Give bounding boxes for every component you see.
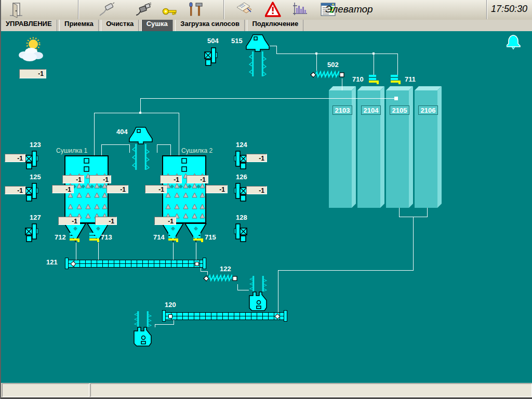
silo-label-2103: 2103 — [332, 105, 352, 115]
elevator-boot[interactable] — [248, 290, 268, 311]
gate-710[interactable] — [368, 75, 379, 84]
pipe — [76, 243, 76, 260]
pipe — [155, 324, 174, 325]
label-714: 714 — [153, 234, 165, 241]
pipe — [270, 46, 277, 46]
dryer1-temp-mid-right: -1 — [107, 185, 128, 193]
status-cell-left — [2, 383, 89, 397]
dryer2-temp-bottom-left: -1 — [154, 217, 176, 225]
tab-bar: УПРАВЛЕНИЕ Приемка Очистка Сушка Загрузк… — [1, 20, 532, 31]
elevator-head-515[interactable] — [246, 34, 270, 52]
pipe — [374, 54, 374, 75]
exit-button[interactable] — [5, 2, 28, 18]
dryer2-temp-top-left: -1 — [160, 175, 182, 183]
pipe — [278, 270, 278, 312]
fan-125[interactable] — [24, 183, 38, 202]
gate-715[interactable] — [193, 233, 204, 242]
pipe — [101, 144, 129, 145]
tab-upravlenie[interactable]: УПРАВЛЕНИЕ — [1, 20, 57, 31]
conveyor-end-marker — [195, 262, 199, 266]
tools-button[interactable] — [184, 2, 207, 18]
com-port-button[interactable] — [96, 2, 118, 18]
dryer1-temp-bottom-left: -1 — [58, 217, 80, 225]
fan-126-value: -1 — [246, 186, 267, 194]
fan-128[interactable] — [234, 223, 248, 243]
silo-2103 — [329, 85, 358, 209]
label-712: 712 — [55, 234, 66, 241]
conveyor-end-cap — [203, 258, 206, 269]
conveyor-120[interactable] — [165, 312, 284, 320]
elevator-legs-404 — [132, 144, 150, 170]
fan-127[interactable] — [24, 223, 38, 243]
pipe — [98, 243, 99, 260]
label-121: 121 — [46, 259, 58, 266]
conveyor-end-cap — [162, 310, 166, 322]
pipe — [101, 144, 102, 156]
toolbar: Элеватор 17:50:30 — [1, 0, 532, 20]
mimic-scheme-sushka: -1 — [1, 31, 532, 383]
gate-714[interactable] — [168, 233, 179, 242]
label-124: 124 — [236, 141, 247, 149]
pipe-endpoint — [394, 97, 398, 100]
weather-sun-cloud-icon — [16, 36, 46, 63]
pipe — [342, 78, 342, 90]
key-button[interactable] — [158, 2, 181, 18]
label-127: 127 — [30, 214, 41, 221]
journal-button[interactable] — [233, 2, 256, 18]
tab-ochistka[interactable]: Очистка — [101, 20, 139, 31]
conveyor-drive-marker — [274, 313, 280, 319]
gate-711[interactable] — [390, 75, 401, 84]
tab-podklyuchenie[interactable]: Подключение — [247, 20, 303, 31]
pipe — [170, 144, 171, 156]
fan-126[interactable] — [234, 183, 248, 202]
tab-priemka[interactable]: Приемка — [59, 20, 99, 31]
toolbar-divider — [78, 0, 79, 19]
tab-sushka[interactable]: Сушка — [141, 20, 173, 31]
dryer1-temp-top-right: -1 — [89, 175, 111, 183]
silo-2105 — [386, 85, 415, 209]
fan-124-value: -1 — [246, 154, 267, 162]
silo-label-2104: 2104 — [361, 105, 381, 115]
pipe — [155, 324, 155, 327]
toolbar-divider — [223, 0, 224, 19]
conveyor-drive-marker — [70, 261, 76, 267]
elevator-boot[interactable] — [132, 326, 152, 347]
fan-123[interactable] — [24, 151, 38, 170]
conveyor-end-cap — [284, 310, 287, 322]
pipe — [237, 290, 249, 290]
screw-conveyor-122[interactable] — [203, 273, 237, 284]
label-123: 123 — [30, 141, 41, 149]
pipe — [427, 208, 428, 217]
silo-2104 — [357, 85, 387, 209]
dryer2-temp-top-right: -1 — [187, 175, 208, 183]
fan-125-value: -1 — [5, 186, 25, 194]
dryer1-title: Сушилка 1 — [56, 148, 87, 154]
conveyor-121[interactable] — [68, 260, 203, 268]
connector-button[interactable] — [132, 2, 155, 18]
pipe — [179, 113, 179, 156]
label-502: 502 — [327, 61, 339, 69]
alarm-bell-icon[interactable] — [507, 35, 521, 50]
pipe — [278, 270, 414, 271]
dryer-2[interactable] — [162, 155, 206, 223]
tab-zagruzka-silosov[interactable]: Загрузка силосов — [175, 20, 245, 31]
conveyor-end-cap — [65, 258, 69, 269]
pipe — [140, 98, 397, 99]
pipe — [157, 144, 157, 153]
pipe — [413, 217, 414, 270]
fan-124[interactable] — [234, 151, 248, 170]
label-404: 404 — [116, 128, 128, 136]
elevator-legs — [249, 276, 267, 291]
dryer2-temp-mid-left: -1 — [145, 185, 167, 193]
label-125: 125 — [30, 174, 41, 181]
label-126: 126 — [236, 174, 247, 181]
pipe — [196, 243, 196, 260]
gate-712[interactable] — [69, 233, 80, 242]
elevator-head-404[interactable] — [129, 127, 153, 144]
gate-713[interactable] — [89, 233, 100, 242]
screw-conveyor-502[interactable] — [310, 70, 344, 80]
valve-504[interactable] — [204, 47, 218, 66]
pipe — [129, 144, 130, 153]
conveyor-end-marker — [168, 314, 172, 318]
outside-temp-value: -1 — [19, 69, 46, 78]
